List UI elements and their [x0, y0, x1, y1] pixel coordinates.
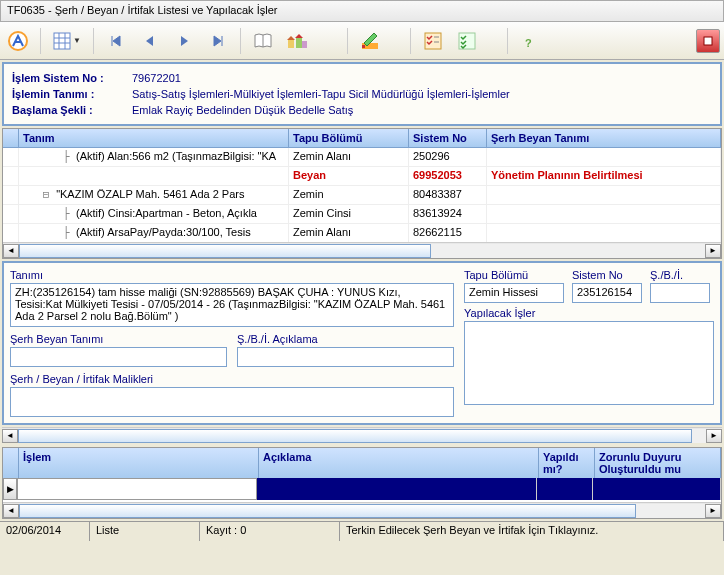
baslama-value: Emlak Rayiç Bedelinden Düşük Bedelle Sat…: [132, 102, 353, 118]
svg-rect-20: [704, 37, 712, 45]
col-tapu[interactable]: Tapu Bölümü: [289, 129, 409, 147]
scroll-left-icon[interactable]: ◄: [3, 244, 19, 258]
app-logo-icon[interactable]: [4, 27, 32, 55]
table-cell[interactable]: [17, 478, 257, 500]
col-serh[interactable]: Şerh Beyan Tanımı: [487, 129, 721, 147]
table-cell[interactable]: [257, 478, 537, 500]
main-grid: Tanım Tapu Bölümü Sistem No Şerh Beyan T…: [2, 128, 722, 259]
nav-next-icon[interactable]: [170, 27, 198, 55]
serh-beyan-field[interactable]: [10, 347, 227, 367]
checklist1-icon[interactable]: [419, 27, 447, 55]
scroll-right-icon[interactable]: ►: [705, 244, 721, 258]
status-hint: Terkin Edilecek Şerh Beyan ve İrtifak İç…: [340, 522, 724, 541]
scroll-right-icon[interactable]: ►: [706, 429, 722, 443]
detail-panel: Tanımı ZH:(235126154) tam hisse maliği (…: [2, 261, 722, 425]
table-cell[interactable]: [537, 478, 593, 500]
checklist2-icon[interactable]: [453, 27, 481, 55]
scroll-track[interactable]: [19, 244, 705, 258]
yapilacak-field[interactable]: [464, 321, 714, 405]
scroll-left-icon[interactable]: ◄: [3, 504, 19, 518]
malikler-field[interactable]: [10, 387, 454, 417]
window-titlebar: TF0635 - Şerh / Beyan / İrtifak Listesi …: [0, 0, 724, 22]
status-bar: 02/06/2014 Liste Kayıt : 0 Terkin Edilec…: [0, 521, 724, 541]
book-icon[interactable]: [249, 27, 277, 55]
table-row[interactable]: Beyan69952053Yönetim Planının Belirtilme…: [3, 167, 721, 186]
status-date: 02/06/2014: [0, 522, 90, 541]
scroll-right-icon[interactable]: ►: [705, 504, 721, 518]
nav-last-icon[interactable]: [204, 27, 232, 55]
scroll-thumb[interactable]: [19, 244, 431, 258]
sistemno-label: Sistem No: [572, 269, 642, 281]
col-tanim[interactable]: Tanım: [19, 129, 289, 147]
sistemno-field[interactable]: 235126154: [572, 283, 642, 303]
scroll-left-icon[interactable]: ◄: [2, 429, 18, 443]
malikler-label: Şerh / Beyan / İrtifak Malikleri: [10, 373, 454, 385]
scroll-thumb[interactable]: [18, 429, 692, 443]
bottom-grid: İşlem Açıklama Yapıldı mı? Zorunlu Duyur…: [2, 447, 722, 519]
row-indicator-icon: ▶: [3, 478, 17, 500]
col-yapildi[interactable]: Yapıldı mı?: [539, 448, 595, 478]
svg-rect-15: [425, 33, 441, 49]
help-icon[interactable]: ?: [516, 27, 544, 55]
bottom-grid-body[interactable]: ▶: [3, 478, 721, 502]
col-zorunlu[interactable]: Zorunlu Duyuru Oluşturuldu mu: [595, 448, 721, 478]
sbi-aciklama-field[interactable]: [237, 347, 454, 367]
svg-rect-2: [54, 33, 70, 49]
sistem-no-value: 79672201: [132, 70, 181, 86]
baslama-label: Başlama Şekli :: [12, 102, 132, 118]
yapilacak-label: Yapılacak İşler: [464, 307, 714, 319]
svg-rect-8: [288, 40, 294, 48]
scroll-track[interactable]: [18, 429, 706, 443]
col-aciklama[interactable]: Açıklama: [259, 448, 539, 478]
tapu-bolumu-label: Tapu Bölümü: [464, 269, 564, 281]
status-liste: Liste: [90, 522, 200, 541]
svg-rect-14: [362, 45, 365, 48]
svg-marker-9: [287, 36, 295, 40]
status-kayit: Kayıt : 0: [200, 522, 340, 541]
col-sistem[interactable]: Sistem No: [409, 129, 487, 147]
h-scrollbar[interactable]: ◄ ►: [3, 242, 721, 258]
edit-color-icon[interactable]: [356, 27, 384, 55]
sistem-no-label: İşlem Sistem No :: [12, 70, 132, 86]
sbi-label: Ş./B./İ.: [650, 269, 710, 281]
tanimi-field[interactable]: ZH:(235126154) tam hisse maliği (SN:9288…: [10, 283, 454, 327]
tapu-bolumu-field[interactable]: Zemin Hissesi: [464, 283, 564, 303]
svg-text:?: ?: [525, 37, 532, 49]
serh-beyan-label: Şerh Beyan Tanımı: [10, 333, 227, 345]
table-row[interactable]: ⊟ "KAZIM ÖZALP Mah. 5461 Ada 2 ParsZemin…: [3, 186, 721, 205]
main-toolbar: ▼ ?: [0, 22, 724, 60]
grid-icon[interactable]: ▼: [49, 27, 85, 55]
sbi-aciklama-label: Ş./B./İ. Açıklama: [237, 333, 454, 345]
sbi-field[interactable]: [650, 283, 710, 303]
tanim-label: İşlemin Tanımı :: [12, 86, 132, 102]
nav-first-icon[interactable]: [102, 27, 130, 55]
table-cell[interactable]: [593, 478, 721, 500]
grid-body[interactable]: ├ (Aktif) Alan:566 m2 (TaşınmazBilgisi: …: [3, 148, 721, 242]
scroll-thumb[interactable]: [19, 504, 636, 518]
table-row[interactable]: ├ (Aktif) Cinsi:Apartman - Beton, Açıkla…: [3, 205, 721, 224]
svg-rect-10: [296, 38, 302, 48]
svg-rect-12: [302, 41, 307, 48]
svg-marker-11: [295, 34, 303, 38]
nav-prev-icon[interactable]: [136, 27, 164, 55]
bottom-h-scrollbar[interactable]: ◄ ►: [3, 502, 721, 518]
tanim-value: Satış-Satış İşlemleri-Mülkiyet İşlemleri…: [132, 86, 510, 102]
info-panel: İşlem Sistem No :79672201 İşlemin Tanımı…: [2, 62, 722, 126]
table-row[interactable]: ├ (Aktif) Alan:566 m2 (TaşınmazBilgisi: …: [3, 148, 721, 167]
scroll-track[interactable]: [19, 504, 705, 518]
close-icon[interactable]: [696, 29, 720, 53]
table-row[interactable]: ├ (Aktif) ArsaPay/Payda:30/100, TesisZem…: [3, 224, 721, 242]
tanimi-label: Tanımı: [10, 269, 454, 281]
bottom-grid-header: İşlem Açıklama Yapıldı mı? Zorunlu Duyur…: [3, 448, 721, 478]
grid-header: Tanım Tapu Bölümü Sistem No Şerh Beyan T…: [3, 129, 721, 148]
houses-icon[interactable]: [283, 27, 311, 55]
mid-h-scrollbar[interactable]: ◄ ►: [2, 427, 722, 443]
chevron-down-icon: ▼: [73, 36, 81, 45]
col-islem[interactable]: İşlem: [19, 448, 259, 478]
